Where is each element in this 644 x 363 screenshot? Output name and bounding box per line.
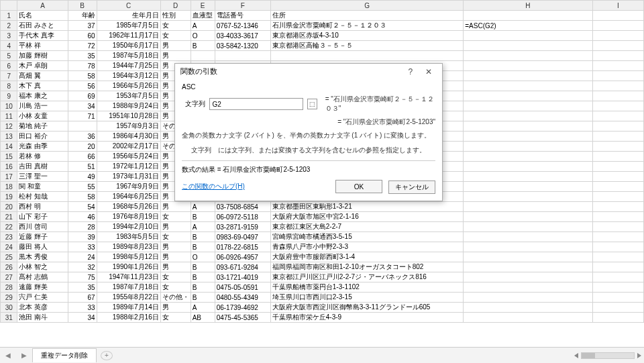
cell[interactable]: 東京都江戸川区江戸川2-2-7ジ・アーバネックス816 xyxy=(270,272,463,282)
cell[interactable] xyxy=(592,31,643,41)
cell[interactable]: 東京都港区赤坂4-3-10 xyxy=(270,31,463,41)
cell[interactable] xyxy=(464,303,592,313)
col-header[interactable]: A xyxy=(17,1,68,11)
dialog-titlebar[interactable]: 関数の引数 ? ✕ xyxy=(175,64,442,79)
row-header[interactable]: 28 xyxy=(1,282,17,293)
cell[interactable] xyxy=(464,192,592,202)
cell[interactable] xyxy=(592,222,643,232)
cell[interactable]: 石川県金沢市粟崎町２－５－１２０３ xyxy=(270,21,463,31)
row-header[interactable]: 10 xyxy=(1,101,17,111)
cell[interactable]: 093-671-9284 xyxy=(215,262,270,272)
col-header[interactable]: B xyxy=(68,1,97,11)
cell[interactable]: 60 xyxy=(68,31,97,41)
row-header[interactable]: 17 xyxy=(1,172,17,182)
cell[interactable]: 35 xyxy=(68,51,97,61)
cell[interactable]: 03-2871-9159 xyxy=(215,222,270,232)
cell[interactable]: B xyxy=(191,293,215,303)
row-header[interactable]: 31 xyxy=(1,313,17,323)
cell[interactable]: 女 xyxy=(160,21,191,31)
cell[interactable]: 03-5842-1320 xyxy=(215,41,270,51)
help-icon[interactable]: ? xyxy=(402,67,419,76)
cell[interactable] xyxy=(464,51,592,61)
cell[interactable] xyxy=(215,51,270,61)
arg-input[interactable] xyxy=(209,98,303,110)
cell[interactable]: 1964年6月25日 xyxy=(97,192,160,202)
row-header[interactable]: 24 xyxy=(1,242,17,252)
cell[interactable]: 髙畑 翼 xyxy=(17,71,68,81)
col-header[interactable]: E xyxy=(191,1,215,11)
cell[interactable]: 1983年5月5日 xyxy=(97,232,160,242)
cell[interactable]: 1956年5月24日 xyxy=(97,152,160,162)
cell[interactable]: 宍戸 仁美 xyxy=(17,293,68,303)
cell[interactable] xyxy=(592,202,643,212)
cell[interactable]: 東京都墨田区東駒形1-3-21 xyxy=(270,202,463,212)
cell[interactable]: A xyxy=(191,202,215,212)
cell[interactable] xyxy=(592,61,643,71)
add-sheet-icon[interactable]: + xyxy=(101,351,113,360)
row-header[interactable]: 13 xyxy=(1,132,17,142)
cell[interactable] xyxy=(592,172,643,182)
cell[interactable] xyxy=(592,162,643,172)
cell[interactable]: 女 xyxy=(160,282,191,293)
cell[interactable]: 54 xyxy=(68,202,97,212)
cell[interactable]: 03-7508-6854 xyxy=(215,202,270,212)
cell[interactable]: 0475-05-0591 xyxy=(215,282,270,293)
cell[interactable]: B xyxy=(191,212,215,222)
cell[interactable] xyxy=(464,293,592,303)
help-link[interactable]: この関数のヘルプ(H) xyxy=(182,182,245,191)
cell[interactable]: 1972年1月12日 xyxy=(97,162,160,172)
cell[interactable] xyxy=(592,152,643,162)
cell[interactable]: 78 xyxy=(68,61,97,71)
cell[interactable]: 男 xyxy=(160,262,191,272)
ok-button[interactable]: OK xyxy=(335,180,382,193)
cell[interactable] xyxy=(592,192,643,202)
cell[interactable] xyxy=(464,162,592,172)
cell[interactable]: 千葉県柏市栄ケ丘4-3-9 xyxy=(270,313,463,323)
row-header[interactable]: 7 xyxy=(1,71,17,81)
cell[interactable]: B xyxy=(191,272,215,282)
row-header[interactable]: 23 xyxy=(1,232,17,242)
cell[interactable] xyxy=(592,21,643,31)
cell[interactable]: 75 xyxy=(68,272,97,282)
cell[interactable]: 男 xyxy=(160,222,191,232)
horizontal-scrollbar[interactable] xyxy=(574,352,644,359)
cell[interactable]: 女 xyxy=(160,212,191,222)
cell[interactable] xyxy=(592,132,643,142)
cell[interactable]: 1990年1月26日 xyxy=(97,262,160,272)
cell[interactable]: 遠藤 輝美 xyxy=(17,282,68,293)
cell[interactable]: 川島 浩一 xyxy=(17,101,68,111)
cell[interactable]: B xyxy=(191,232,215,242)
row-header[interactable]: 12 xyxy=(1,121,17,132)
cell[interactable]: 0983-69-0497 xyxy=(215,232,270,242)
cell[interactable] xyxy=(592,252,643,262)
cell[interactable]: 51 xyxy=(68,162,97,172)
cell[interactable]: 1987年7月18日 xyxy=(97,282,160,293)
cell[interactable]: 東京都江東区大島2-2-7 xyxy=(270,222,463,232)
cell[interactable] xyxy=(592,11,643,21)
row-header[interactable]: 30 xyxy=(1,303,17,313)
cell[interactable]: 49 xyxy=(68,172,97,182)
cell[interactable]: 西川 啓司 xyxy=(17,222,68,232)
cell[interactable]: 1953年7月5日 xyxy=(97,91,160,101)
cell[interactable] xyxy=(592,41,643,51)
cell[interactable]: 28 xyxy=(68,222,97,232)
cell[interactable]: 03-1721-4019 xyxy=(215,272,270,282)
cell[interactable]: 近藤 輝子 xyxy=(17,232,68,242)
row-header[interactable]: 27 xyxy=(1,272,17,282)
cell[interactable]: 性別 xyxy=(160,11,191,21)
cell[interactable]: 関 和童 xyxy=(17,182,68,192)
cell[interactable]: 平林 祥 xyxy=(17,41,68,51)
cell[interactable]: 黒木 秀俊 xyxy=(17,252,68,262)
row-header[interactable]: 26 xyxy=(1,262,17,272)
cell[interactable]: 菊地 純子 xyxy=(17,121,68,132)
cell[interactable]: 北本 英彦 xyxy=(17,303,68,313)
col-header[interactable]: D xyxy=(160,1,191,11)
row-header[interactable]: 18 xyxy=(1,182,17,192)
cell[interactable] xyxy=(592,51,643,61)
cell[interactable]: 32 xyxy=(68,262,97,272)
sheet-tab[interactable]: 重複データ削除 xyxy=(32,348,97,362)
cell[interactable]: 松村 知哉 xyxy=(17,192,68,202)
cell[interactable] xyxy=(464,282,592,293)
cell[interactable]: O xyxy=(191,31,215,41)
cell[interactable]: 35 xyxy=(68,282,97,293)
